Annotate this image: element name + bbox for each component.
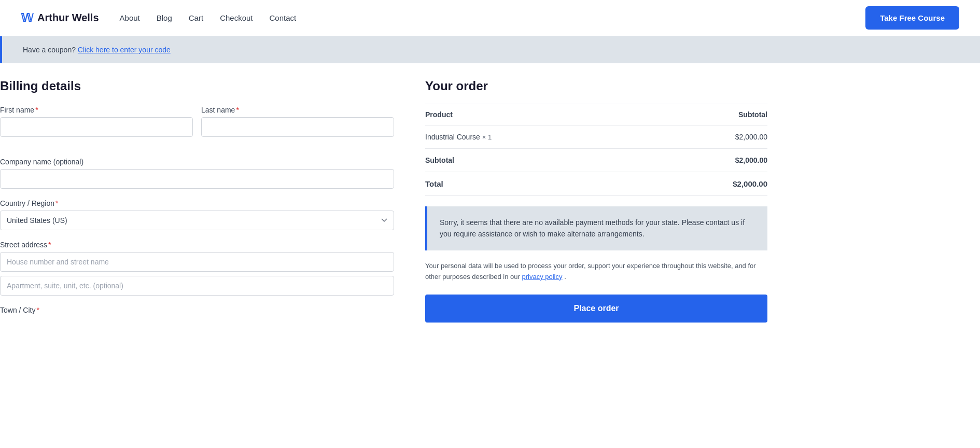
payment-notice: Sorry, it seems that there are no availa… [425,206,767,250]
coupon-banner: Have a coupon? Click here to enter your … [0,36,980,63]
product-col-header: Product [425,104,650,125]
company-input[interactable] [0,169,394,189]
last-name-label: Last name* [201,106,394,114]
product-name-cell: Industrial Course × 1 [425,125,650,149]
billing-section: Billing details First name* Last name* C… [0,79,394,328]
nav-contact[interactable]: Contact [270,13,297,22]
total-value-cell: $2,000.00 [650,172,767,196]
product-price-cell: $2,000.00 [650,125,767,149]
first-name-input[interactable] [0,117,193,137]
name-row: First name* Last name* [0,106,394,147]
place-order-button[interactable]: Place order [425,295,767,323]
last-name-input[interactable] [201,117,394,137]
main-nav: About Blog Cart Checkout Contact [120,13,866,22]
privacy-policy-link[interactable]: privacy policy [522,273,562,281]
product-row: Industrial Course × 1 $2,000.00 [425,125,767,149]
billing-title: Billing details [0,79,394,93]
logo-text: Arthur Wells [37,12,99,24]
total-label-cell: Total [425,172,650,196]
country-group: Country / Region* United States (US) [0,199,394,230]
first-name-label: First name* [0,106,193,114]
subtotal-label-cell: Subtotal [425,149,650,172]
country-label: Country / Region* [0,199,394,207]
total-row: Total $2,000.00 [425,172,767,196]
main-content: Billing details First name* Last name* C… [0,63,980,348]
subtotal-col-header: Subtotal [650,104,767,125]
town-group: Town / City* [0,306,394,317]
last-name-group: Last name* [201,106,394,137]
logo-icon: 𝕎 [21,11,33,25]
payment-notice-text: Sorry, it seems that there are no availa… [440,218,745,238]
company-group: Company name (optional) [0,158,394,189]
nav-blog[interactable]: Blog [157,13,172,22]
country-select[interactable]: United States (US) [0,211,394,230]
street-input[interactable] [0,252,394,272]
company-label: Company name (optional) [0,158,394,166]
subtotal-value-cell: $2,000.00 [650,149,767,172]
order-section: Your order Product Subtotal Industrial C… [425,79,788,328]
privacy-text: Your personal data will be used to proce… [425,261,767,283]
town-label: Town / City* [0,306,394,314]
order-title: Your order [425,79,767,93]
street-group: Street address* [0,241,394,296]
nav-about[interactable]: About [120,13,140,22]
nav-checkout[interactable]: Checkout [220,13,253,22]
first-name-group: First name* [0,106,193,137]
coupon-link[interactable]: Click here to enter your code [78,46,171,54]
header: 𝕎 Arthur Wells About Blog Cart Checkout … [0,0,980,36]
take-free-course-button[interactable]: Take Free Course [865,6,959,30]
coupon-text: Have a coupon? [23,46,76,54]
subtotal-row: Subtotal $2,000.00 [425,149,767,172]
order-table: Product Subtotal Industrial Course × 1 $… [425,104,767,196]
nav-cart[interactable]: Cart [189,13,203,22]
apt-input[interactable] [0,276,394,296]
logo[interactable]: 𝕎 Arthur Wells [21,11,99,25]
street-label: Street address* [0,241,394,249]
